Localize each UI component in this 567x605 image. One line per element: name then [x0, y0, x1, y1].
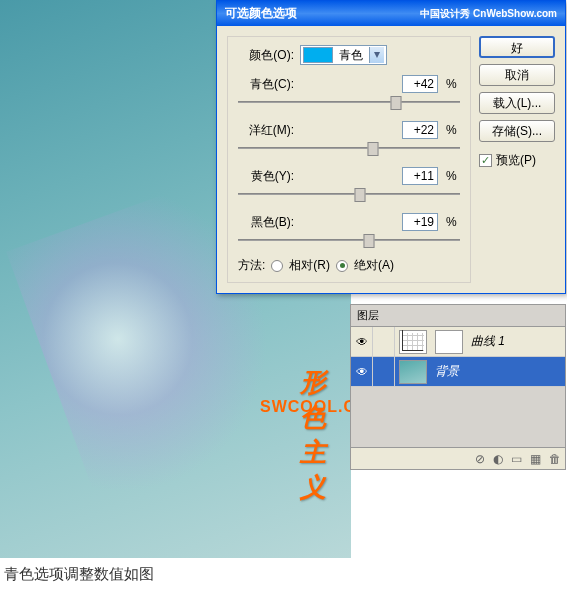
layers-panel: 图层 👁 曲线 1 👁 背景 ⊘ ◐ ▭ ▦ 🗑: [350, 304, 566, 470]
fx-icon[interactable]: ⊘: [475, 452, 485, 466]
save-button[interactable]: 存储(S)...: [479, 120, 555, 142]
folder-icon[interactable]: ▭: [511, 452, 522, 466]
yellow-input[interactable]: [402, 167, 438, 185]
black-label: 黑色(B):: [238, 214, 294, 231]
black-slider[interactable]: [238, 231, 460, 249]
trash-icon[interactable]: 🗑: [549, 452, 561, 466]
radio-relative-label: 相对(R): [289, 257, 330, 274]
radio-absolute-label: 绝对(A): [354, 257, 394, 274]
dialog-title: 可选颜色选项: [225, 5, 297, 22]
mask-thumbnail[interactable]: [435, 330, 463, 354]
cancel-button[interactable]: 取消: [479, 64, 555, 86]
visibility-icon[interactable]: 👁: [351, 327, 373, 356]
selective-color-dialog: 可选颜色选项 中国设计秀 CnWebShow.com 颜色(O): 青色 ▾ 青…: [216, 0, 566, 294]
radio-absolute[interactable]: [336, 260, 348, 272]
radio-relative[interactable]: [271, 260, 283, 272]
caption-text: 青色选项调整数值如图: [4, 565, 154, 584]
cyan-label: 青色(C):: [238, 76, 294, 93]
color-swatch: [303, 47, 333, 63]
layers-footer: ⊘ ◐ ▭ ▦ 🗑: [351, 447, 565, 469]
yellow-label: 黄色(Y):: [238, 168, 294, 185]
chevron-down-icon[interactable]: ▾: [369, 47, 384, 63]
preview-checkbox[interactable]: ✓: [479, 154, 492, 167]
color-value: 青色: [333, 47, 369, 64]
new-layer-icon[interactable]: ▦: [530, 452, 541, 466]
visibility-icon[interactable]: 👁: [351, 357, 373, 386]
cyan-input[interactable]: [402, 75, 438, 93]
link-cell[interactable]: [373, 327, 395, 356]
watermark-text-2: SWCOOL.COM: [260, 398, 351, 416]
load-button[interactable]: 载入(L)...: [479, 92, 555, 114]
black-input[interactable]: [402, 213, 438, 231]
layers-tabs: 图层: [351, 305, 565, 327]
method-label: 方法:: [238, 257, 265, 274]
percent-label: %: [446, 215, 460, 229]
dialog-titlebar[interactable]: 可选颜色选项 中国设计秀 CnWebShow.com: [217, 1, 565, 26]
watermark-text-1: 形色主义: [300, 365, 351, 505]
adjustment-icon[interactable]: ◐: [493, 452, 503, 466]
layer-name-curves: 曲线 1: [467, 333, 565, 350]
background-thumbnail[interactable]: [399, 360, 427, 384]
curves-thumbnail[interactable]: [399, 330, 427, 354]
magenta-label: 洋红(M):: [238, 122, 294, 139]
magenta-input[interactable]: [402, 121, 438, 139]
percent-label: %: [446, 169, 460, 183]
cyan-slider[interactable]: [238, 93, 460, 111]
ok-button[interactable]: 好: [479, 36, 555, 58]
color-label: 颜色(O):: [238, 47, 294, 64]
dialog-controls: 颜色(O): 青色 ▾ 青色(C): % 洋红(M):: [227, 36, 471, 283]
magenta-slider[interactable]: [238, 139, 460, 157]
layer-row-background[interactable]: 👁 背景: [351, 357, 565, 387]
layer-row-curves[interactable]: 👁 曲线 1: [351, 327, 565, 357]
percent-label: %: [446, 123, 460, 137]
layer-name-background: 背景: [431, 363, 565, 380]
dialog-buttons: 好 取消 载入(L)... 存储(S)... ✓ 预览(P): [479, 36, 555, 283]
percent-label: %: [446, 77, 460, 91]
layers-tab[interactable]: 图层: [351, 308, 385, 323]
preview-label: 预览(P): [496, 152, 536, 169]
dialog-source: 中国设计秀 CnWebShow.com: [420, 7, 557, 21]
color-dropdown[interactable]: 青色 ▾: [300, 45, 387, 65]
yellow-slider[interactable]: [238, 185, 460, 203]
link-cell[interactable]: [373, 357, 395, 386]
